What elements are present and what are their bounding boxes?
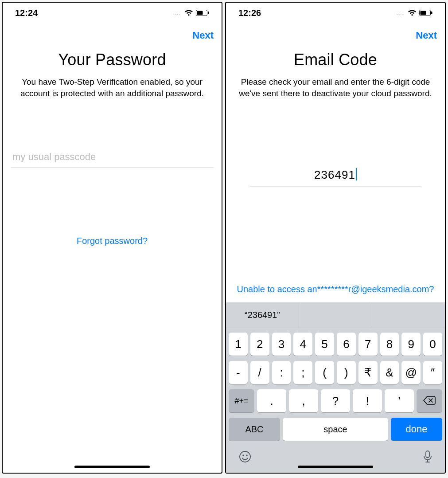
key-1[interactable]: 1 xyxy=(229,333,248,356)
key-doubleprime[interactable]: ″ xyxy=(423,361,442,384)
key-slash[interactable]: / xyxy=(250,361,269,384)
status-bar: 12:26 .... xyxy=(226,3,445,23)
status-time: 12:26 xyxy=(238,8,261,18)
key-3[interactable]: 3 xyxy=(272,333,291,356)
key-at[interactable]: @ xyxy=(401,361,421,384)
code-input[interactable]: 236491 xyxy=(250,168,421,187)
suggestion-bar: “236491” xyxy=(226,302,445,328)
svg-point-8 xyxy=(246,454,247,456)
svg-rect-5 xyxy=(431,12,432,14)
status-bar: 12:24 .... xyxy=(3,3,222,23)
keyboard-row-4: ABC space done xyxy=(229,418,442,441)
key-colon[interactable]: : xyxy=(272,361,291,384)
battery-icon xyxy=(196,10,209,16)
key-9[interactable]: 9 xyxy=(401,333,421,356)
nav-bar: Next xyxy=(226,23,445,48)
page-description: Please check your email and enter the 6-… xyxy=(231,76,440,99)
keyboard-row-3: #+= . , ? ! ’ xyxy=(229,389,442,412)
key-done[interactable]: done xyxy=(391,418,442,441)
key-comma[interactable]: , xyxy=(289,389,318,412)
content-area: Your Password You have Two-Step Verifica… xyxy=(3,48,222,473)
svg-point-6 xyxy=(240,451,250,462)
microphone-icon xyxy=(423,452,432,466)
key-symbols-toggle[interactable]: #+= xyxy=(229,389,254,412)
next-button[interactable]: Next xyxy=(416,30,437,41)
keyboard-footer xyxy=(226,450,445,466)
keyboard-rows: 1 2 3 4 5 6 7 8 9 0 - / : ; ( ) ₹ & @ xyxy=(226,328,445,441)
key-5[interactable]: 5 xyxy=(315,333,334,356)
page-title: Email Code xyxy=(294,51,377,69)
key-rupee[interactable]: ₹ xyxy=(358,361,378,384)
key-space[interactable]: space xyxy=(283,418,388,441)
key-0[interactable]: 0 xyxy=(423,333,442,356)
phone-screen-password: 12:24 .... Next Your Password You have T… xyxy=(2,2,222,474)
nav-bar: Next xyxy=(3,23,222,48)
key-7[interactable]: 7 xyxy=(358,333,378,356)
svg-rect-9 xyxy=(426,451,429,458)
key-2[interactable]: 2 xyxy=(250,333,269,356)
emoji-icon xyxy=(238,452,252,466)
key-paren-close[interactable]: ) xyxy=(337,361,356,384)
forgot-password-link[interactable]: Forgot password? xyxy=(77,236,148,246)
content-area: Email Code Please check your email and e… xyxy=(226,48,445,302)
suggestion-item-empty[interactable] xyxy=(372,302,445,328)
emoji-button[interactable] xyxy=(238,450,252,466)
key-exclaim[interactable]: ! xyxy=(353,389,382,412)
key-abc-toggle[interactable]: ABC xyxy=(229,418,280,441)
status-right: .... xyxy=(397,9,432,16)
page-description: You have Two-Step Verification enabled, … xyxy=(11,76,214,99)
password-input[interactable] xyxy=(12,151,212,163)
code-value: 236491 xyxy=(314,168,355,182)
keyboard-row-1: 1 2 3 4 5 6 7 8 9 0 xyxy=(229,333,442,356)
key-4[interactable]: 4 xyxy=(293,333,312,356)
key-backspace[interactable] xyxy=(417,389,442,412)
cellular-dots: .... xyxy=(173,10,181,16)
backspace-icon xyxy=(423,394,436,408)
dictation-button[interactable] xyxy=(423,450,432,466)
suggestion-item-empty[interactable] xyxy=(299,302,372,328)
wifi-icon xyxy=(408,9,417,16)
svg-rect-4 xyxy=(421,11,426,15)
key-ampersand[interactable]: & xyxy=(380,361,399,384)
status-right: .... xyxy=(173,9,209,16)
key-semicolon[interactable]: ; xyxy=(293,361,312,384)
key-apostrophe[interactable]: ’ xyxy=(385,389,414,412)
home-indicator[interactable] xyxy=(74,466,150,468)
unable-access-link[interactable]: Unable to access an*********r@igeeksmedi… xyxy=(231,284,440,294)
svg-rect-1 xyxy=(197,11,203,15)
battery-icon xyxy=(419,10,432,16)
key-dash[interactable]: - xyxy=(229,361,248,384)
key-6[interactable]: 6 xyxy=(337,333,356,356)
page-title: Your Password xyxy=(58,51,166,69)
key-question[interactable]: ? xyxy=(321,389,350,412)
key-paren-open[interactable]: ( xyxy=(315,361,334,384)
suggestion-item[interactable]: “236491” xyxy=(226,302,299,328)
svg-rect-2 xyxy=(208,12,209,14)
home-indicator[interactable] xyxy=(298,466,373,468)
password-input-row xyxy=(11,151,214,168)
keyboard: “236491” 1 2 3 4 5 6 7 8 9 0 - / : ; xyxy=(226,302,445,473)
key-8[interactable]: 8 xyxy=(380,333,399,356)
phone-screen-email-code: 12:26 .... Next Email Code Please check … xyxy=(225,2,446,474)
keyboard-row-2: - / : ; ( ) ₹ & @ ″ xyxy=(229,361,442,384)
svg-point-7 xyxy=(242,454,244,456)
status-time: 12:24 xyxy=(15,8,38,18)
key-period[interactable]: . xyxy=(257,389,286,412)
cellular-dots: .... xyxy=(397,10,404,16)
text-caret xyxy=(356,168,357,180)
wifi-icon xyxy=(184,9,193,16)
next-button[interactable]: Next xyxy=(192,30,214,41)
